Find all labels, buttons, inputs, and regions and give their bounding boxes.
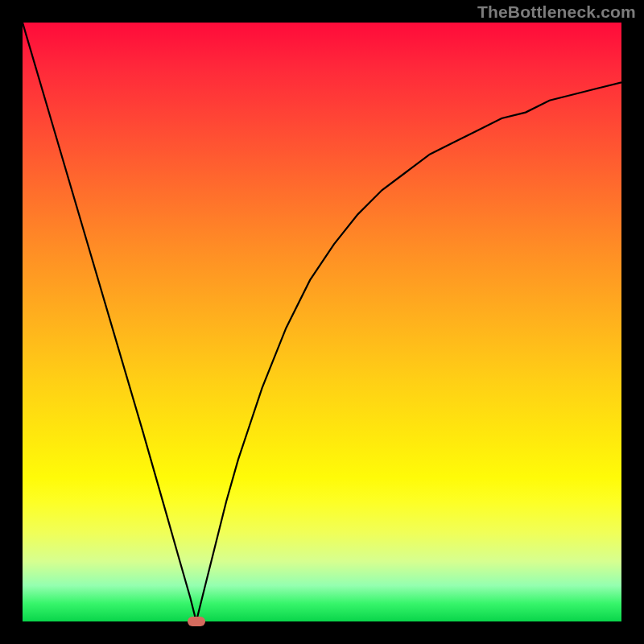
chart-frame: TheBottleneck.com bbox=[0, 0, 644, 644]
plot-area bbox=[23, 23, 621, 621]
curve-path bbox=[23, 23, 621, 621]
watermark-text: TheBottleneck.com bbox=[477, 2, 636, 22]
optimal-marker bbox=[188, 617, 205, 626]
bottleneck-curve bbox=[23, 23, 621, 621]
